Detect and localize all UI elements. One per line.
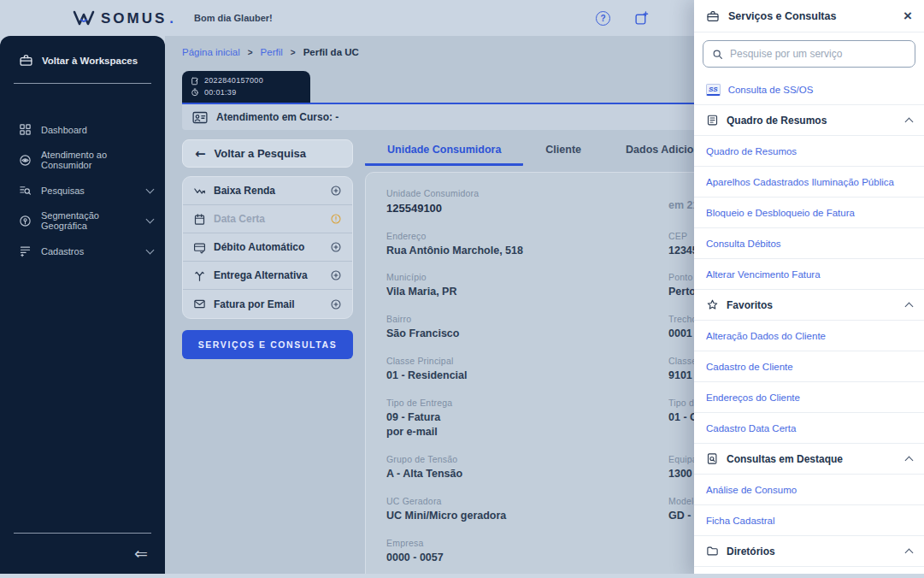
tab-unidade-consumidora[interactable]: Unidade Consumidora (365, 139, 523, 166)
sidebar-item-pesquisas[interactable]: Pesquisas (0, 177, 165, 203)
attendance-label: Atendimento em Curso: - (216, 111, 338, 123)
quick-action-data-certa[interactable]: Data Certa (183, 205, 352, 233)
plus-circle-icon[interactable] (330, 269, 342, 281)
drawer-section-label: Quadro de Resumos (727, 115, 898, 127)
close-icon[interactable]: × (903, 9, 912, 23)
sidebar-item-segmentacao[interactable]: Segmentação Geográfica (0, 203, 165, 238)
doc-search-icon (706, 452, 719, 465)
services-consultas-button[interactable]: SERVIÇOS E CONSULTAS (182, 330, 353, 359)
sidebar-item-dashboard[interactable]: Dashboard (0, 116, 165, 143)
somus-logo: SOMUS . (73, 10, 174, 26)
quick-action-fatura-email[interactable]: Fatura por Email (183, 290, 352, 318)
drawer-link-label: Bloqueio e Desbloqueio de Fatura (706, 208, 855, 218)
quick-actions-card: Baixa Renda Data Certa (182, 176, 353, 319)
help-circle-icon[interactable]: ? (596, 11, 610, 26)
drawer-section-label: Diretórios (727, 546, 898, 557)
drawer-section-diretorios[interactable]: Diretórios (694, 536, 924, 567)
mail-icon (193, 298, 206, 310)
plus-circle-icon[interactable] (330, 298, 342, 310)
drawer-link[interactable]: Alterar Vencimento Fatura (694, 259, 924, 290)
drawer-link-label: Cadastro de Cliente (706, 362, 793, 372)
back-to-search-button[interactable]: ← Voltar a Pesquisa (182, 139, 353, 168)
quick-action-label: Baixa Renda (214, 185, 322, 197)
drawer-section-favoritos[interactable]: Favoritos (694, 290, 924, 321)
chevron-down-icon (146, 185, 155, 193)
protocol-chip[interactable]: 2022840157000 00:01:39 (182, 71, 310, 103)
drawer-link-consulta-ss-os[interactable]: SS Consulta de SS/OS (694, 74, 924, 105)
drawer-link-label: Consulta de SS/OS (728, 85, 814, 95)
drawer-link-label: Ficha Cadastral (706, 516, 775, 526)
service-search-input[interactable] (730, 48, 906, 60)
drawer-link[interactable]: Alteração Dados do Cliente (694, 321, 924, 351)
field-municipio: Município Vila Maria, PR (386, 272, 643, 299)
search-box[interactable] (703, 40, 915, 68)
quick-action-entrega-alternativa[interactable]: Entrega Alternativa (183, 262, 352, 290)
summary-board-icon (706, 114, 719, 127)
services-drawer: Serviços e Consultas × SS Consulta de SS… (694, 0, 924, 578)
quick-action-label: Fatura por Email (214, 298, 322, 310)
warning-circle-icon[interactable] (330, 213, 342, 225)
plus-circle-icon[interactable] (330, 185, 342, 197)
window-bottom-edge (0, 574, 924, 578)
drawer-header: Serviços e Consultas × (694, 0, 924, 32)
drawer-link[interactable]: Quadro de Resumos (694, 136, 924, 167)
sidebar-divider (14, 533, 151, 534)
field-uc-geradora: UC Geradora UC Mini/Micro geradora (386, 496, 643, 523)
sidebar-item-label: Atendimento ao Consumidor (41, 150, 153, 170)
drawer-link-label: Consulta Débitos (706, 239, 781, 249)
breadcrumb-current: Perfil da UC (303, 47, 359, 57)
field-label: Unidade Consumidora (386, 188, 643, 198)
timer-clock-icon (191, 88, 199, 97)
field-label: Bairro (386, 314, 643, 324)
drawer-search (694, 32, 924, 74)
field-label: Endereço (386, 231, 643, 241)
drawer-link[interactable]: Aparelhos Cadastrados Iluminação Pública (694, 167, 924, 198)
field-classe-principal: Classe Principal 01 - Residencial (386, 356, 643, 383)
drawer-link[interactable]: Análise de Consumo (694, 475, 924, 505)
drawer-link-label: Análise de Consumo (706, 485, 797, 495)
field-value: Vila Maria, PR (386, 285, 643, 299)
quick-action-debito-automatico[interactable]: Débito Automático (183, 233, 352, 262)
drawer-link-label: Endereços do Cliente (706, 392, 800, 403)
drawer-link-label: Quadro de Resumos (706, 146, 797, 156)
drawer-section-quadro-de-resumos[interactable]: Quadro de Resumos (694, 105, 924, 136)
attendant-badge-icon (192, 111, 208, 124)
chevron-down-icon (146, 215, 155, 224)
breadcrumb-perfil[interactable]: Perfil (261, 47, 283, 57)
quick-action-label: Entrega Alternativa (214, 269, 322, 281)
topbar-actions: ? (596, 0, 649, 36)
field-value: Rua Antônio Marchole, 518 (386, 244, 643, 258)
chevron-up-icon (905, 118, 914, 127)
drawer-link[interactable]: Cadastro Data Certa (694, 413, 924, 444)
new-window-icon[interactable] (634, 11, 649, 26)
sidebar-footer: ⇐ (0, 533, 165, 574)
field-value: 0000 - 0057 (386, 551, 643, 565)
drawer-link[interactable]: Cadastro de Cliente (694, 351, 924, 382)
drawer-link[interactable]: Bloqueio e Desbloqueio de Fatura (694, 198, 924, 228)
calendar-icon (193, 213, 206, 226)
drawer-title: Serviços e Consultas (728, 10, 895, 22)
sidebar-item-cadastros[interactable]: Cadastros (0, 238, 165, 264)
trend-line-icon (193, 185, 206, 198)
chevron-up-icon (905, 303, 914, 311)
breadcrumb-home[interactable]: Página inicial (182, 47, 240, 57)
sidebar-item-label: Pesquisas (41, 186, 138, 196)
logo-text: SOMUS (101, 11, 167, 26)
collapse-sidebar-icon[interactable]: ⇐ (0, 546, 165, 574)
drawer-link[interactable]: Ficha Cadastral (694, 505, 924, 536)
sidebar-item-workspaces[interactable]: Voltar à Workspaces (0, 36, 165, 81)
drawer-link[interactable]: Endereços do Cliente (694, 382, 924, 413)
breadcrumb-separator-icon: > (248, 48, 253, 57)
drawer-link-label: Cadastro Data Certa (706, 423, 796, 434)
quick-action-label: Débito Automático (214, 241, 322, 253)
drawer-link[interactable]: Consulta Débitos (694, 228, 924, 259)
sidebar-item-atendimento[interactable]: Atendimento ao Consumidor (0, 143, 165, 177)
ss-badge-icon: SS (706, 84, 721, 96)
tab-cliente[interactable]: Cliente (523, 139, 603, 163)
quick-action-baixa-renda[interactable]: Baixa Renda (183, 177, 352, 205)
drawer-link-label: Alteração Dados do Cliente (706, 331, 826, 341)
plus-circle-icon[interactable] (330, 241, 342, 253)
drawer-section-consultas-destaque[interactable]: Consultas em Destaque (694, 444, 924, 475)
field-unidade-consumidora: Unidade Consumidora 125549100 (386, 188, 643, 216)
app-root: SOMUS . Bom dia Glauber! ? Voltar à Work… (0, 0, 924, 578)
